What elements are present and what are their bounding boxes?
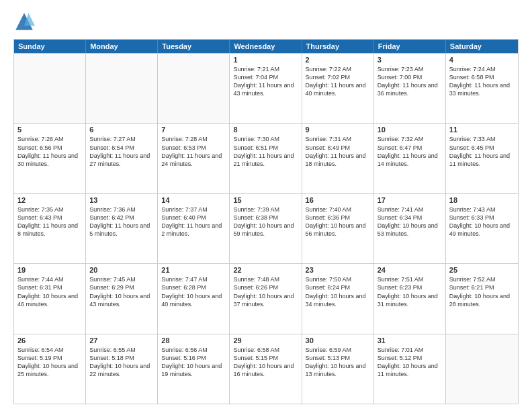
day-info: Sunrise: 7:27 AM Sunset: 6:54 PM Dayligh…	[89, 135, 154, 168]
day-info: Sunrise: 7:50 AM Sunset: 6:24 PM Dayligh…	[306, 275, 370, 308]
day-info: Sunrise: 7:52 AM Sunset: 6:21 PM Dayligh…	[449, 275, 515, 308]
calendar-cell: 3Sunrise: 7:23 AM Sunset: 7:00 PM Daylig…	[374, 54, 446, 123]
day-number: 16	[306, 196, 370, 204]
header-day-thursday: Thursday	[302, 40, 374, 53]
day-number: 4	[449, 56, 515, 64]
day-info: Sunrise: 6:58 AM Sunset: 5:15 PM Dayligh…	[233, 346, 298, 379]
day-number: 14	[161, 196, 226, 204]
calendar-cell: 19Sunrise: 7:44 AM Sunset: 6:31 PM Dayli…	[14, 264, 86, 333]
day-info: Sunrise: 7:41 AM Sunset: 6:34 PM Dayligh…	[378, 205, 442, 238]
calendar-cell: 17Sunrise: 7:41 AM Sunset: 6:34 PM Dayli…	[374, 194, 446, 263]
calendar-cell: 22Sunrise: 7:48 AM Sunset: 6:26 PM Dayli…	[230, 264, 302, 333]
day-number: 25	[449, 266, 515, 274]
calendar-cell: 15Sunrise: 7:39 AM Sunset: 6:38 PM Dayli…	[230, 194, 302, 263]
day-info: Sunrise: 7:44 AM Sunset: 6:31 PM Dayligh…	[17, 275, 82, 308]
calendar: SundayMondayTuesdayWednesdayThursdayFrid…	[13, 39, 519, 404]
calendar-row-0: 1Sunrise: 7:21 AM Sunset: 7:04 PM Daylig…	[14, 53, 518, 123]
calendar-cell	[14, 54, 86, 123]
calendar-cell: 20Sunrise: 7:45 AM Sunset: 6:29 PM Dayli…	[86, 264, 158, 333]
day-info: Sunrise: 7:39 AM Sunset: 6:38 PM Dayligh…	[233, 205, 298, 238]
calendar-cell: 26Sunrise: 6:54 AM Sunset: 5:19 PM Dayli…	[14, 334, 86, 404]
day-info: Sunrise: 7:45 AM Sunset: 6:29 PM Dayligh…	[89, 275, 154, 308]
calendar-cell: 24Sunrise: 7:51 AM Sunset: 6:23 PM Dayli…	[374, 264, 446, 333]
day-number: 27	[89, 336, 154, 345]
calendar-cell	[158, 54, 230, 123]
header-day-monday: Monday	[86, 40, 158, 53]
day-info: Sunrise: 7:40 AM Sunset: 6:36 PM Dayligh…	[306, 205, 370, 238]
day-info: Sunrise: 7:33 AM Sunset: 6:45 PM Dayligh…	[449, 135, 515, 168]
header-day-saturday: Saturday	[446, 40, 518, 53]
day-number: 19	[17, 266, 82, 274]
day-number: 20	[89, 266, 154, 274]
calendar-cell: 13Sunrise: 7:36 AM Sunset: 6:42 PM Dayli…	[86, 194, 158, 263]
calendar-cell: 21Sunrise: 7:47 AM Sunset: 6:28 PM Dayli…	[158, 264, 230, 333]
calendar-cell: 4Sunrise: 7:24 AM Sunset: 6:58 PM Daylig…	[446, 54, 518, 123]
day-info: Sunrise: 7:51 AM Sunset: 6:23 PM Dayligh…	[378, 275, 442, 308]
day-info: Sunrise: 7:47 AM Sunset: 6:28 PM Dayligh…	[161, 275, 226, 308]
day-number: 17	[378, 196, 442, 204]
day-number: 22	[233, 266, 298, 274]
calendar-header: SundayMondayTuesdayWednesdayThursdayFrid…	[14, 40, 518, 53]
day-number: 29	[233, 336, 298, 345]
calendar-row-1: 5Sunrise: 7:26 AM Sunset: 6:56 PM Daylig…	[14, 123, 518, 193]
calendar-cell: 23Sunrise: 7:50 AM Sunset: 6:24 PM Dayli…	[302, 264, 374, 333]
day-number: 1	[233, 56, 298, 64]
day-info: Sunrise: 7:28 AM Sunset: 6:53 PM Dayligh…	[161, 135, 226, 168]
calendar-cell: 8Sunrise: 7:30 AM Sunset: 6:51 PM Daylig…	[230, 124, 302, 193]
calendar-cell: 7Sunrise: 7:28 AM Sunset: 6:53 PM Daylig…	[158, 124, 230, 193]
calendar-cell: 18Sunrise: 7:43 AM Sunset: 6:33 PM Dayli…	[446, 194, 518, 263]
day-info: Sunrise: 7:31 AM Sunset: 6:49 PM Dayligh…	[306, 135, 370, 168]
day-number: 10	[378, 126, 442, 134]
calendar-cell	[86, 54, 158, 123]
calendar-cell: 16Sunrise: 7:40 AM Sunset: 6:36 PM Dayli…	[302, 194, 374, 263]
day-info: Sunrise: 7:43 AM Sunset: 6:33 PM Dayligh…	[449, 205, 515, 238]
calendar-cell: 31Sunrise: 7:01 AM Sunset: 5:12 PM Dayli…	[374, 334, 446, 404]
day-number: 23	[306, 266, 370, 274]
calendar-cell: 2Sunrise: 7:22 AM Sunset: 7:02 PM Daylig…	[302, 54, 374, 123]
day-number: 31	[378, 336, 442, 345]
day-info: Sunrise: 7:36 AM Sunset: 6:42 PM Dayligh…	[89, 205, 154, 238]
calendar-cell: 10Sunrise: 7:32 AM Sunset: 6:47 PM Dayli…	[374, 124, 446, 193]
day-number: 28	[161, 336, 226, 345]
header-day-wednesday: Wednesday	[230, 40, 302, 53]
calendar-cell: 25Sunrise: 7:52 AM Sunset: 6:21 PM Dayli…	[446, 264, 518, 333]
day-number: 13	[89, 196, 154, 204]
calendar-cell: 14Sunrise: 7:37 AM Sunset: 6:40 PM Dayli…	[158, 194, 230, 263]
day-info: Sunrise: 6:59 AM Sunset: 5:13 PM Dayligh…	[306, 346, 370, 379]
day-info: Sunrise: 7:35 AM Sunset: 6:43 PM Dayligh…	[17, 205, 82, 238]
logo-icon	[13, 11, 35, 32]
day-number: 2	[306, 56, 370, 64]
day-info: Sunrise: 7:26 AM Sunset: 6:56 PM Dayligh…	[17, 135, 82, 168]
day-number: 5	[17, 126, 82, 134]
day-info: Sunrise: 7:48 AM Sunset: 6:26 PM Dayligh…	[233, 275, 298, 308]
calendar-row-2: 12Sunrise: 7:35 AM Sunset: 6:43 PM Dayli…	[14, 193, 518, 263]
calendar-body: 1Sunrise: 7:21 AM Sunset: 7:04 PM Daylig…	[14, 53, 518, 404]
day-number: 21	[161, 266, 226, 274]
calendar-cell: 1Sunrise: 7:21 AM Sunset: 7:04 PM Daylig…	[230, 54, 302, 123]
day-info: Sunrise: 6:54 AM Sunset: 5:19 PM Dayligh…	[17, 346, 82, 379]
day-info: Sunrise: 6:56 AM Sunset: 5:16 PM Dayligh…	[161, 346, 226, 379]
day-number: 11	[449, 126, 515, 134]
day-number: 26	[17, 336, 82, 345]
day-number: 6	[89, 126, 154, 134]
calendar-cell: 30Sunrise: 6:59 AM Sunset: 5:13 PM Dayli…	[302, 334, 374, 404]
header	[13, 11, 519, 32]
calendar-cell: 12Sunrise: 7:35 AM Sunset: 6:43 PM Dayli…	[14, 194, 86, 263]
calendar-cell: 28Sunrise: 6:56 AM Sunset: 5:16 PM Dayli…	[158, 334, 230, 404]
day-number: 7	[161, 126, 226, 134]
calendar-row-3: 19Sunrise: 7:44 AM Sunset: 6:31 PM Dayli…	[14, 263, 518, 333]
day-number: 12	[17, 196, 82, 204]
day-number: 3	[378, 56, 442, 64]
calendar-cell: 6Sunrise: 7:27 AM Sunset: 6:54 PM Daylig…	[86, 124, 158, 193]
calendar-row-4: 26Sunrise: 6:54 AM Sunset: 5:19 PM Dayli…	[14, 334, 518, 404]
day-info: Sunrise: 7:30 AM Sunset: 6:51 PM Dayligh…	[233, 135, 298, 168]
day-number: 18	[449, 196, 515, 204]
day-info: Sunrise: 7:01 AM Sunset: 5:12 PM Dayligh…	[378, 346, 442, 379]
day-number: 30	[306, 336, 370, 345]
calendar-cell: 29Sunrise: 6:58 AM Sunset: 5:15 PM Dayli…	[230, 334, 302, 404]
day-info: Sunrise: 7:23 AM Sunset: 7:00 PM Dayligh…	[378, 65, 442, 98]
header-day-sunday: Sunday	[14, 40, 86, 53]
header-day-friday: Friday	[374, 40, 446, 53]
calendar-cell: 27Sunrise: 6:55 AM Sunset: 5:18 PM Dayli…	[86, 334, 158, 404]
day-number: 15	[233, 196, 298, 204]
